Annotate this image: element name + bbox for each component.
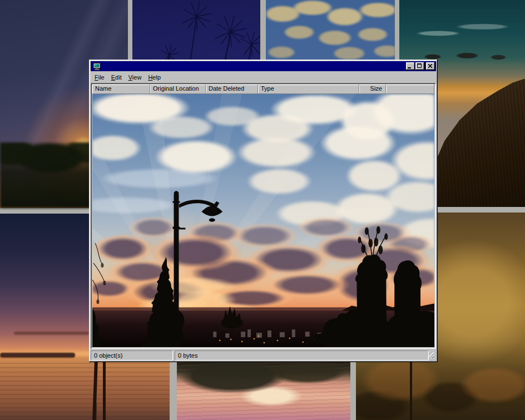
column-header-original-location[interactable]: Original Location <box>150 85 206 94</box>
minimize-button[interactable] <box>406 62 415 70</box>
menu-file[interactable]: File <box>91 73 108 82</box>
recycle-bin-window: File Edit View Help Name Original Locati… <box>89 60 438 362</box>
status-object-count: 0 object(s) <box>91 350 173 360</box>
status-bar: 0 object(s) 0 bytes <box>91 349 436 360</box>
menu-edit[interactable]: Edit <box>108 73 125 82</box>
column-header-date-deleted[interactable]: Date Deleted <box>206 85 258 94</box>
column-header-empty <box>386 85 434 94</box>
pole-silhouette <box>103 362 106 420</box>
wallpaper-photo-water-reflection <box>177 362 350 420</box>
desktop-wallpaper-collage: File Edit View Help Name Original Locati… <box>0 0 525 420</box>
file-list-area: Name Original Location Date Deleted Type… <box>91 83 436 349</box>
close-icon <box>428 64 433 68</box>
column-header-name[interactable]: Name <box>92 85 150 94</box>
menu-help[interactable]: Help <box>145 73 164 82</box>
menu-view[interactable]: View <box>125 73 145 82</box>
right-trees-silhouette <box>314 226 434 347</box>
maximize-icon <box>417 63 422 68</box>
column-headers: Name Original Location Date Deleted Type… <box>92 85 434 94</box>
silhouettes-layer <box>92 94 434 347</box>
pole-silhouette <box>410 362 412 420</box>
cloud-streak <box>14 332 89 335</box>
column-header-type[interactable]: Type <box>258 85 359 94</box>
land-strip <box>0 353 75 358</box>
maximize-button[interactable] <box>415 62 424 70</box>
close-button[interactable] <box>426 62 435 70</box>
menu-bar: File Edit View Help <box>91 72 436 82</box>
pole-reflection <box>95 403 97 420</box>
sunset-streetlamp-photo <box>92 94 434 347</box>
computer-icon <box>93 62 101 71</box>
status-byte-count: 0 bytes <box>175 350 429 360</box>
minimize-icon <box>408 67 411 68</box>
water-streaks <box>0 359 170 420</box>
window-titlebar[interactable] <box>91 61 436 71</box>
column-header-size[interactable]: Size <box>359 85 386 94</box>
